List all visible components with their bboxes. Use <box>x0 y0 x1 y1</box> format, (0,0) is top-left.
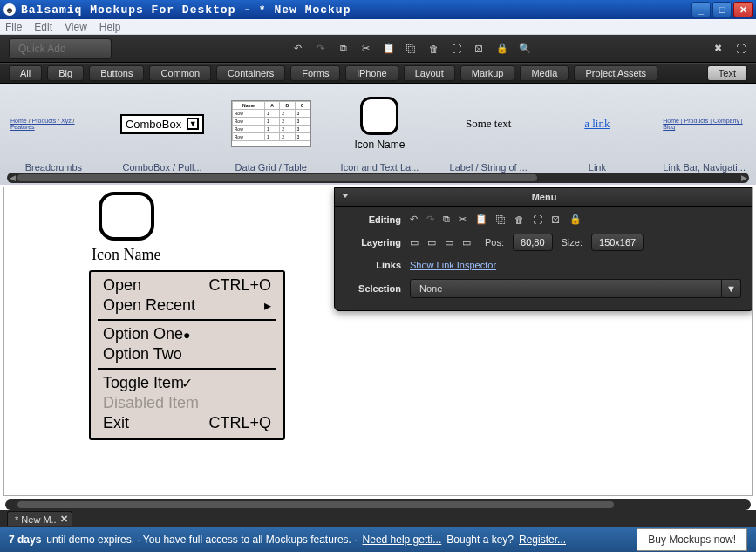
tab-project-assets[interactable]: Project Assets <box>574 65 657 81</box>
send-backward-icon[interactable]: ▭ <box>445 237 453 248</box>
pos-field[interactable]: 60,80 <box>513 234 553 251</box>
mockup-menu[interactable]: OpenCTRL+O Open Recent▸ Option One Optio… <box>89 270 285 440</box>
need-help-link[interactable]: Need help getti... <box>363 533 442 546</box>
group-icon[interactable]: ⛶ <box>450 42 464 56</box>
selection-label: Selection <box>347 283 401 294</box>
duplicate-icon[interactable]: ⿻ <box>496 214 506 225</box>
paste-icon[interactable]: 📋 <box>475 214 487 225</box>
mockup-icon-and-label[interactable]: Icon Name <box>92 192 160 264</box>
tab-common[interactable]: Common <box>149 65 211 81</box>
size-field[interactable]: 150x167 <box>591 234 644 251</box>
canvas[interactable]: Icon Name OpenCTRL+O Open Recent▸ Option… <box>3 187 753 496</box>
duplicate-icon[interactable]: ⿻ <box>405 42 419 56</box>
menu-edit[interactable]: Edit <box>34 21 52 33</box>
tab-big[interactable]: Big <box>47 65 84 81</box>
gallery-item-linkbar[interactable]: Home | Products | Company | Blog Link Ba… <box>663 91 746 185</box>
size-label: Size: <box>562 237 582 248</box>
buy-button[interactable]: Buy Mockups now! <box>637 528 747 551</box>
status-bar: 7 days until demo expires. · You have fu… <box>0 527 756 552</box>
copy-icon[interactable]: ⧉ <box>443 214 450 225</box>
send-back-icon[interactable]: ▭ <box>462 237 471 248</box>
show-link-inspector[interactable]: Show Link Inspector <box>410 260 496 270</box>
tab-markup[interactable]: Markup <box>460 65 515 81</box>
minimize-button[interactable]: _ <box>691 2 711 17</box>
toolbar: ↶ ↷ ⧉ ✂ 📋 ⿻ 🗑 ⛶ ⛝ 🔒 🔍 ✖ ⛶ <box>0 35 756 63</box>
doc-tab-new-mockup[interactable]: * New M.. ✕ <box>7 511 72 526</box>
property-panel-title[interactable]: Menu <box>335 188 753 207</box>
register-link[interactable]: Register... <box>519 533 566 546</box>
document-tabs: * New M.. ✕ <box>0 510 756 527</box>
lock-icon[interactable]: 🔒 <box>569 214 582 225</box>
gallery-scrollbar[interactable]: ◀▶ <box>7 173 749 183</box>
chevron-down-icon[interactable] <box>342 194 349 198</box>
undo-icon[interactable]: ↶ <box>291 42 305 56</box>
redo-icon[interactable]: ↷ <box>426 214 434 225</box>
editing-label: Editing <box>347 214 401 225</box>
delete-icon[interactable]: 🗑 <box>514 214 524 225</box>
menu-view[interactable]: View <box>65 21 87 33</box>
tab-iphone[interactable]: iPhone <box>345 65 398 81</box>
lock-icon[interactable]: 🔒 <box>495 42 509 56</box>
property-panel[interactable]: Menu Editing ↶ ↷ ⧉ ✂ 📋 ⿻ 🗑 ⛶ ⛝ 🔒 Layerin… <box>334 187 753 311</box>
app-icon: ☻ <box>3 3 16 16</box>
tab-forms[interactable]: Forms <box>290 65 340 81</box>
bring-forward-icon[interactable]: ▭ <box>427 237 436 248</box>
tab-buttons[interactable]: Buttons <box>89 65 144 81</box>
toggle-panel-icon[interactable]: ✖ <box>711 42 725 56</box>
menu-help[interactable]: Help <box>99 21 121 33</box>
layering-label: Layering <box>347 237 401 248</box>
copy-icon[interactable]: ⧉ <box>337 42 351 56</box>
close-tab-icon[interactable]: ✕ <box>60 513 68 525</box>
gallery-item-breadcrumbs[interactable]: Home / Products / Xyz / Features Breadcr… <box>10 91 97 185</box>
days-remaining: 7 days <box>9 533 41 546</box>
window-title: Balsamiq Mockups For Desktop - * New Moc… <box>21 3 691 17</box>
delete-icon[interactable]: 🗑 <box>427 42 441 56</box>
cut-icon[interactable]: ✂ <box>359 42 373 56</box>
tab-layout[interactable]: Layout <box>404 65 455 81</box>
menu-file[interactable]: File <box>5 21 22 33</box>
pos-label: Pos: <box>485 237 504 248</box>
search-icon[interactable]: 🔍 <box>518 42 532 56</box>
tab-containers[interactable]: Containers <box>216 65 285 81</box>
window-titlebar: ☻ Balsamiq Mockups For Desktop - * New M… <box>0 0 756 19</box>
chevron-down-icon[interactable]: ▼ <box>722 279 741 298</box>
category-bar: All Big Buttons Common Containers Forms … <box>0 63 756 84</box>
selection-dropdown[interactable]: None ▼ <box>410 279 741 298</box>
undo-icon[interactable]: ↶ <box>410 214 418 225</box>
gallery-item-combobox[interactable]: ComboBox▼ ComboBox / Pull... <box>119 91 206 185</box>
mockup-icon-label-text: Icon Name <box>92 246 160 264</box>
close-button[interactable]: ✕ <box>733 2 753 17</box>
ungroup-icon[interactable]: ⛝ <box>551 214 561 225</box>
tab-all[interactable]: All <box>9 65 42 81</box>
gallery-item-label[interactable]: Some text Label / String of ... <box>446 91 532 185</box>
placeholder-icon <box>99 192 154 241</box>
canvas-scrollbar[interactable] <box>5 499 751 510</box>
redo-icon[interactable]: ↷ <box>314 42 328 56</box>
gallery-item-link[interactable]: a link Link <box>555 91 641 185</box>
layering-row: ▭ ▭ ▭ ▭ Pos: 60,80 Size: 150x167 <box>410 234 741 251</box>
links-label: Links <box>347 260 401 270</box>
maximize-button[interactable]: □ <box>712 2 732 17</box>
paste-icon[interactable]: 📋 <box>382 42 396 56</box>
widget-gallery: Home / Products / Xyz / Features Breadcr… <box>0 84 756 185</box>
cut-icon[interactable]: ✂ <box>459 214 467 225</box>
gallery-item-datagrid[interactable]: NameABCRow123Row123Row123Row123 Data Gri… <box>228 91 314 185</box>
quick-add-input[interactable] <box>9 38 112 59</box>
gallery-item-iconlabel[interactable]: Icon Name Icon and Text La... <box>337 91 423 185</box>
fullscreen-icon[interactable]: ⛶ <box>733 42 747 56</box>
bring-front-icon[interactable]: ▭ <box>410 237 419 248</box>
tab-text[interactable]: Text <box>707 65 747 81</box>
ungroup-icon[interactable]: ⛝ <box>473 42 487 56</box>
tab-media[interactable]: Media <box>520 65 569 81</box>
editing-icons: ↶ ↷ ⧉ ✂ 📋 ⿻ 🗑 ⛶ ⛝ 🔒 <box>410 214 741 225</box>
menubar: File Edit View Help <box>0 19 756 35</box>
group-icon[interactable]: ⛶ <box>533 214 542 225</box>
